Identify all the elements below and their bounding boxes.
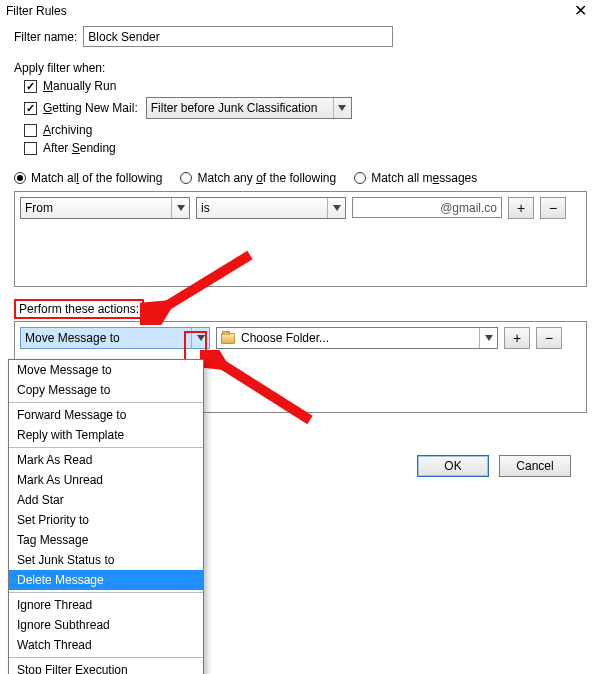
radio-dot-icon xyxy=(354,172,366,184)
dropdown-item[interactable]: Tag Message xyxy=(9,530,203,550)
chevron-down-icon xyxy=(479,328,497,348)
annotation-arrow xyxy=(200,350,320,430)
annotation-highlight xyxy=(184,331,207,361)
action-remove-button[interactable]: − xyxy=(536,327,562,349)
dropdown-item[interactable]: Delete Message xyxy=(9,570,203,590)
cond-add-button[interactable]: + xyxy=(508,197,534,219)
dropdown-item[interactable]: Set Junk Status to xyxy=(9,550,203,570)
dropdown-item[interactable]: Watch Thread xyxy=(9,635,203,655)
cond-remove-button[interactable]: − xyxy=(540,197,566,219)
getting-mail-checkbox[interactable] xyxy=(24,102,37,115)
conditions-box: From is + − xyxy=(14,191,587,287)
dropdown-item[interactable]: Set Priority to xyxy=(9,510,203,530)
dropdown-item[interactable]: Mark As Unread xyxy=(9,470,203,490)
junk-classification-combo[interactable]: Filter before Junk Classification xyxy=(146,97,352,119)
choose-folder-combo[interactable]: Choose Folder... xyxy=(216,327,498,349)
svg-line-1 xyxy=(215,360,310,420)
apply-when-label: Apply filter when: xyxy=(14,61,587,75)
actions-section-label: Perform these actions: xyxy=(14,299,144,319)
close-icon[interactable]: ✕ xyxy=(566,4,595,18)
ok-button[interactable]: OK xyxy=(417,455,489,477)
dropdown-item[interactable]: Ignore Subthread xyxy=(9,615,203,635)
window-title: Filter Rules xyxy=(6,4,67,18)
svg-line-0 xyxy=(160,255,250,310)
chevron-down-icon xyxy=(327,198,345,218)
action-type-combo[interactable]: Move Message to xyxy=(20,327,210,349)
match-all-messages-radio[interactable]: Match all messages xyxy=(354,171,477,185)
action-dropdown-menu[interactable]: Move Message toCopy Message toForward Me… xyxy=(8,359,204,674)
action-add-button[interactable]: + xyxy=(504,327,530,349)
dropdown-item[interactable]: Move Message to xyxy=(9,360,203,380)
cond-value-input[interactable] xyxy=(352,197,502,218)
chevron-down-icon xyxy=(171,198,189,218)
radio-dot-icon xyxy=(180,172,192,184)
cond-op-combo[interactable]: is xyxy=(196,197,346,219)
after-sending-checkbox[interactable] xyxy=(24,142,37,155)
after-sending-label: After Sending xyxy=(43,141,116,155)
archiving-label: Archiving xyxy=(43,123,92,137)
match-all-radio[interactable]: Match all of the following xyxy=(14,171,162,185)
archiving-checkbox[interactable] xyxy=(24,124,37,137)
filter-name-label: Filter name: xyxy=(14,30,77,44)
dropdown-item[interactable]: Reply with Template xyxy=(9,425,203,445)
folder-icon xyxy=(221,333,235,344)
dropdown-item[interactable]: Add Star xyxy=(9,490,203,510)
manually-run-label: Manually Run xyxy=(43,79,116,93)
cond-field-combo[interactable]: From xyxy=(20,197,190,219)
dropdown-item[interactable]: Mark As Read xyxy=(9,450,203,470)
getting-mail-label: Getting New Mail: xyxy=(43,101,138,115)
chevron-down-icon xyxy=(333,98,351,118)
filter-name-input[interactable] xyxy=(83,26,393,47)
annotation-arrow xyxy=(140,245,260,325)
match-any-radio[interactable]: Match any of the following xyxy=(180,171,336,185)
dropdown-item[interactable]: Forward Message to xyxy=(9,405,203,425)
dropdown-item[interactable]: Ignore Thread xyxy=(9,595,203,615)
manually-run-checkbox[interactable] xyxy=(24,80,37,93)
dropdown-item[interactable]: Stop Filter Execution xyxy=(9,660,203,674)
cancel-button[interactable]: Cancel xyxy=(499,455,571,477)
dropdown-item[interactable]: Copy Message to xyxy=(9,380,203,400)
junk-classification-value: Filter before Junk Classification xyxy=(151,101,318,115)
radio-dot-icon xyxy=(14,172,26,184)
